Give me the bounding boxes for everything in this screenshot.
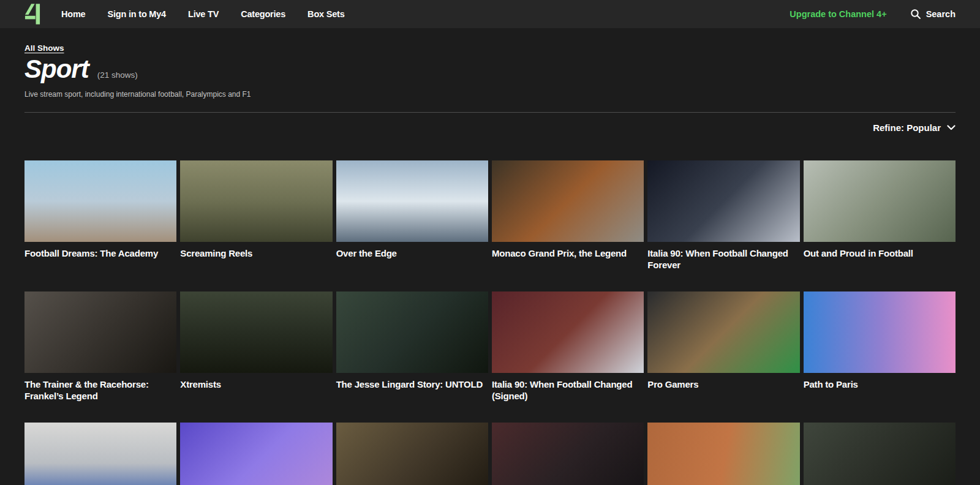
show-title: Pro Gamers [647, 378, 796, 390]
show-tile-athletes-collage-blue-pink-gradient[interactable]: Path to Paris [804, 291, 956, 390]
show-thumb [647, 160, 799, 242]
upgrade-channel4plus-link[interactable]: Upgrade to Channel 4+ [790, 9, 886, 19]
show-title: Path to Paris [804, 378, 952, 390]
show-title: Italia 90: When Football Changed Forever [647, 247, 796, 271]
show-thumb [804, 291, 956, 373]
show-tile-vintage-f1-cars-street-circuit[interactable]: Monaco Grand Prix, the Legend [492, 160, 644, 259]
show-thumb [647, 291, 799, 373]
nav-item-live-tv[interactable]: Live TV [188, 9, 219, 19]
main-nav: Home Sign in to My4 Live TV Categories B… [61, 9, 345, 19]
shows-grid: Football Dreams: The Academy Screaming R… [24, 160, 956, 485]
show-tile-swimmer-purple-lighting[interactable] [180, 423, 332, 485]
show-thumb [804, 423, 956, 485]
show-thumb [804, 160, 956, 242]
show-thumb [336, 160, 488, 242]
show-title: Over the Edge [336, 247, 485, 259]
show-tile-para-football-team-blue-kits[interactable] [24, 423, 176, 485]
show-title: Italia 90: When Football Changed (Signed… [492, 378, 641, 402]
show-tile-footballer-white-shirt-dark-stadium[interactable]: Italia 90: When Football Changed Forever [647, 160, 799, 271]
show-thumb [180, 423, 332, 485]
chevron-down-icon [947, 125, 956, 130]
title-row: Sport (21 shows) [24, 56, 956, 83]
show-thumb [180, 291, 332, 373]
nav-item-home[interactable]: Home [61, 9, 86, 19]
search-button[interactable]: Search [910, 9, 956, 20]
show-tile-angler-wading-in-river[interactable]: Screaming Reels [180, 160, 332, 259]
show-count: (21 shows) [97, 70, 138, 80]
show-tile-two-men-smiling-indoors[interactable]: Out and Proud in Football [804, 160, 956, 259]
breadcrumb-all-shows[interactable]: All Shows [24, 43, 64, 53]
show-tile-wingsuit-jumpers-snowy-mountains[interactable]: Over the Edge [336, 160, 488, 259]
page-description: Live stream sport, including internation… [24, 90, 956, 99]
search-label: Search [926, 9, 956, 19]
show-tile-skydiver-over-dark-cliff[interactable]: Xtremists [180, 291, 332, 390]
nav-item-sign-in[interactable]: Sign in to My4 [108, 9, 166, 19]
channel4-logo[interactable] [24, 3, 40, 25]
show-title: The Jesse Lingard Story: UNTOLD [336, 378, 485, 390]
nav-right-group: Upgrade to Channel 4+ Search [790, 9, 956, 20]
show-tile-sepia-horse-and-man-in-top-hat[interactable] [336, 423, 488, 485]
show-thumb [492, 423, 644, 485]
show-title: Football Dreams: The Academy [24, 247, 173, 259]
show-thumb [24, 291, 176, 373]
show-title: Xtremists [180, 378, 329, 390]
channel4-logo-icon [24, 3, 40, 25]
show-thumb [492, 291, 644, 373]
refine-label: Refine: Popular [873, 122, 941, 133]
show-title: Monaco Grand Prix, the Legend [492, 247, 641, 259]
show-tile-man-in-top-hat-with-racehorse[interactable]: The Trainer & the Racehorse: Frankel’s L… [24, 291, 176, 402]
show-title: The Trainer & the Racehorse: Frankel’s L… [24, 378, 173, 402]
top-navbar: Home Sign in to My4 Live TV Categories B… [0, 0, 980, 28]
show-thumb [180, 160, 332, 242]
show-title: Out and Proud in Football [804, 247, 952, 259]
show-title: Screaming Reels [180, 247, 329, 259]
show-tile-woman-in-front-of-tv-dark-room[interactable] [804, 423, 956, 485]
show-thumb [336, 291, 488, 373]
show-tile-footballer-white-shirt-red-crowd[interactable]: Italia 90: When Football Changed (Signed… [492, 291, 644, 402]
show-tile-wheelchair-rugby-arena[interactable] [492, 423, 644, 485]
refine-dropdown[interactable]: Refine: Popular [24, 121, 956, 133]
show-thumb [24, 423, 176, 485]
show-tile-wheelchair-racers-on-track[interactable] [647, 423, 799, 485]
show-tile-gamer-at-desk-with-monitors[interactable]: Pro Gamers [647, 291, 799, 390]
sport-category-page: All Shows Sport (21 shows) Live stream s… [0, 28, 980, 485]
search-icon [910, 9, 921, 20]
nav-item-box-sets[interactable]: Box Sets [307, 9, 344, 19]
nav-item-categories[interactable]: Categories [241, 9, 285, 19]
show-tile-freestyler-on-stone-steps-blue-sky[interactable]: Football Dreams: The Academy [24, 160, 176, 259]
show-thumb [24, 160, 176, 242]
show-thumb [492, 160, 644, 242]
show-thumb [336, 423, 488, 485]
show-thumb [647, 423, 799, 485]
header-divider [24, 112, 956, 113]
show-tile-man-in-dark-cap-green-tones[interactable]: The Jesse Lingard Story: UNTOLD [336, 291, 488, 390]
page-title: Sport [24, 56, 89, 83]
